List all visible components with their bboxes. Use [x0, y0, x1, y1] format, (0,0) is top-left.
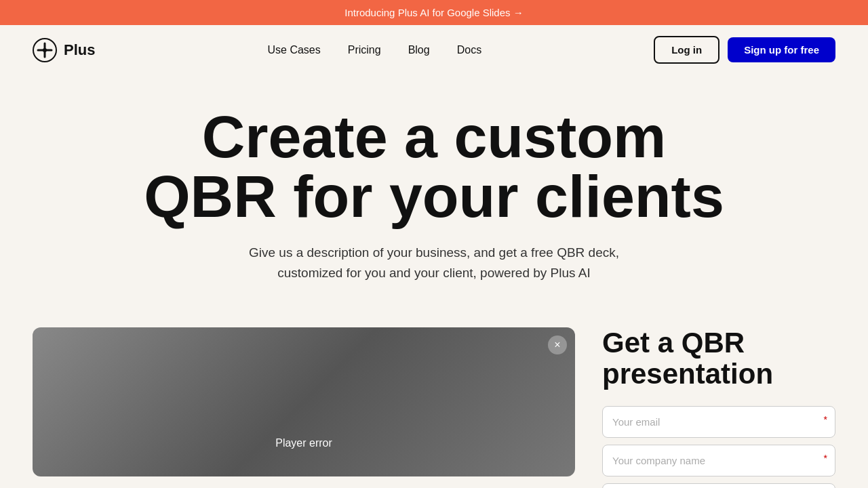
player-error-text: Player error [275, 437, 332, 449]
hero-title: Create a custom QBR for your clients [129, 107, 739, 226]
email-field-wrapper: * [602, 406, 835, 438]
nav-link-blog[interactable]: Blog [408, 44, 430, 56]
form-panel: Get a QBR presentation * * * [575, 327, 835, 488]
hero-subtitle: Give us a description of your business, … [231, 243, 637, 284]
navbar: Plus Use Cases Pricing Blog Docs Log in … [0, 25, 868, 75]
announcement-bar[interactable]: Introducing Plus AI for Google Slides → [0, 0, 868, 25]
nav-link-use-cases[interactable]: Use Cases [267, 44, 320, 56]
nav-links: Use Cases Pricing Blog Docs [267, 44, 481, 56]
plus-logo-icon [33, 38, 57, 62]
announcement-text: Introducing Plus AI for Google Slides → [344, 7, 523, 18]
email-input[interactable] [602, 406, 835, 438]
close-icon: × [554, 339, 560, 351]
nav-actions: Log in Sign up for free [654, 36, 835, 64]
close-button[interactable]: × [548, 336, 567, 354]
form-title: Get a QBR presentation [602, 327, 835, 390]
signup-button[interactable]: Sign up for free [728, 37, 835, 62]
login-button[interactable]: Log in [654, 36, 719, 64]
logo-area[interactable]: Plus [33, 38, 95, 62]
company-required-star: * [824, 453, 827, 464]
linkedin-input[interactable] [602, 483, 835, 488]
hero-section: Create a custom QBR for your clients Giv… [0, 75, 868, 300]
company-field-wrapper: * [602, 445, 835, 476]
logo-text: Plus [64, 41, 95, 59]
email-required-star: * [824, 414, 827, 425]
video-player: × Player error [33, 327, 575, 476]
main-content: × Player error Get a QBR presentation * … [0, 300, 868, 488]
svg-point-3 [43, 48, 47, 52]
linkedin-field-wrapper: * [602, 483, 835, 488]
company-input[interactable] [602, 445, 835, 476]
nav-link-docs[interactable]: Docs [457, 44, 481, 56]
nav-link-pricing[interactable]: Pricing [348, 44, 381, 56]
